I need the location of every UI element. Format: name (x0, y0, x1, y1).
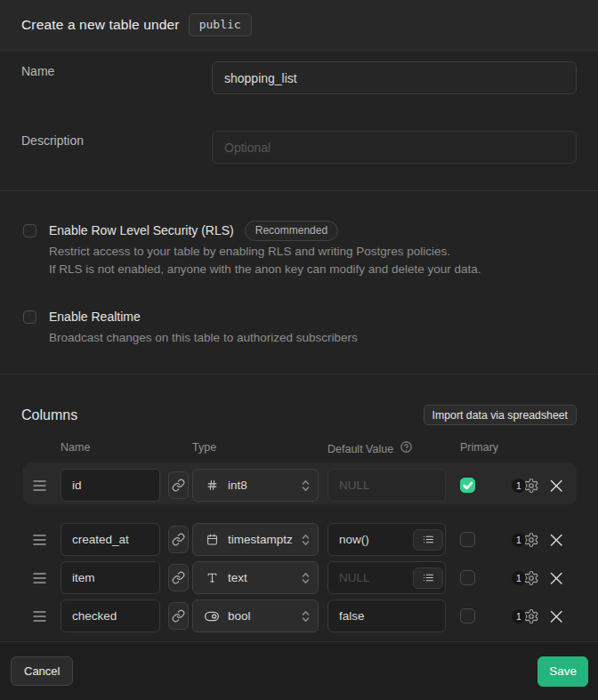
realtime-label: Enable Realtime (49, 310, 141, 324)
drag-handle-icon[interactable] (33, 610, 46, 623)
header-primary: Primary (460, 442, 498, 454)
drag-handle-icon[interactable] (33, 479, 46, 492)
description-row: Description (21, 131, 577, 164)
chevrons-icon (302, 572, 310, 584)
column-default-input[interactable] (327, 599, 446, 632)
chevrons-icon (302, 610, 310, 623)
column-row-item: text 1 (23, 561, 577, 594)
modal-header: Create a new table under public (0, 0, 598, 51)
hash-icon (205, 479, 219, 491)
columns-section: Columns Import data via spreadsheet Name… (0, 374, 598, 642)
realtime-description: Broadcast changes on this table to autho… (49, 329, 358, 347)
primary-key-row-panel: int8 1 (23, 463, 577, 504)
columns-rows: int8 1 (0, 463, 598, 632)
column-name-input[interactable] (61, 523, 160, 556)
foreign-key-button[interactable] (168, 602, 189, 630)
column-row-id: int8 1 (23, 469, 577, 502)
save-button[interactable]: Save (537, 656, 588, 687)
name-row: Name (21, 61, 577, 94)
type-icon (205, 572, 219, 583)
foreign-key-button[interactable] (168, 471, 189, 499)
realtime-toggle-row: Enable Realtime Broadcast changes on thi… (21, 310, 577, 347)
column-type-select[interactable]: int8 (192, 469, 319, 502)
remove-column-button[interactable] (549, 609, 563, 624)
recommended-badge: Recommended (245, 221, 338, 241)
help-icon[interactable] (400, 441, 412, 455)
rls-label: Enable Row Level Security (RLS) (49, 223, 234, 237)
drag-handle-icon[interactable] (33, 534, 46, 546)
calendar-icon (205, 534, 219, 545)
chevrons-icon (302, 479, 310, 492)
column-type-select[interactable]: text (192, 561, 319, 594)
settings-count-badge: 1 (512, 571, 526, 585)
primary-checkbox[interactable] (460, 608, 475, 624)
primary-checkbox[interactable] (460, 532, 475, 547)
columns-heading: Columns (21, 407, 77, 423)
drag-handle-icon[interactable] (33, 572, 46, 584)
columns-table-header: Name Type Default Value Primary (0, 442, 598, 454)
name-label: Name (21, 61, 212, 94)
modal-footer: Cancel Save (0, 642, 598, 700)
foreign-key-button[interactable] (168, 526, 189, 553)
default-suggestions-button[interactable] (413, 567, 443, 589)
table-options-section: Enable Row Level Security (RLS) Recommen… (0, 191, 598, 374)
header-name: Name (61, 442, 90, 454)
rls-toggle-row: Enable Row Level Security (RLS) Recommen… (21, 223, 577, 278)
create-table-modal: Create a new table under public Name Des… (0, 0, 598, 700)
header-type: Type (192, 442, 216, 454)
remove-column-button[interactable] (549, 571, 563, 585)
toggle-icon (205, 609, 219, 624)
column-settings-button[interactable]: 1 (512, 570, 539, 586)
rls-checkbox[interactable] (23, 224, 36, 237)
modal-title: Create a new table under (21, 17, 180, 33)
remove-column-button[interactable] (549, 533, 563, 547)
column-default-input (327, 469, 446, 502)
chevrons-icon (302, 534, 310, 546)
column-settings-button[interactable]: 1 (512, 532, 539, 548)
foreign-key-button[interactable] (168, 564, 189, 591)
column-settings-button[interactable]: 1 (512, 608, 539, 624)
header-default-value: Default Value (327, 444, 393, 455)
schema-badge: public (189, 13, 252, 36)
table-name-input[interactable] (212, 61, 577, 94)
default-suggestions-button[interactable] (413, 529, 443, 551)
table-details-section: Name Description (0, 51, 598, 191)
column-name-input[interactable] (61, 469, 160, 502)
remove-column-button[interactable] (549, 479, 563, 493)
settings-count-badge: 1 (512, 609, 526, 624)
column-settings-button[interactable]: 1 (512, 478, 539, 494)
column-type-select[interactable]: bool (192, 599, 319, 632)
description-label: Description (21, 131, 212, 164)
settings-count-badge: 1 (512, 533, 526, 547)
table-description-input[interactable] (212, 131, 577, 164)
primary-checkbox[interactable] (460, 570, 475, 585)
column-row-checked: bool 1 (23, 599, 577, 632)
import-spreadsheet-button[interactable]: Import data via spreadsheet (424, 405, 577, 425)
realtime-checkbox[interactable] (23, 310, 36, 324)
column-row-created-at: timestamptz 1 (23, 523, 577, 556)
column-name-input[interactable] (61, 561, 160, 594)
column-name-input[interactable] (61, 599, 160, 632)
cancel-button[interactable]: Cancel (11, 656, 73, 686)
rls-description: Restrict access to your table by enablin… (49, 243, 481, 278)
settings-count-badge: 1 (512, 479, 526, 493)
column-type-select[interactable]: timestamptz (192, 523, 319, 556)
primary-checkbox[interactable] (460, 478, 475, 493)
